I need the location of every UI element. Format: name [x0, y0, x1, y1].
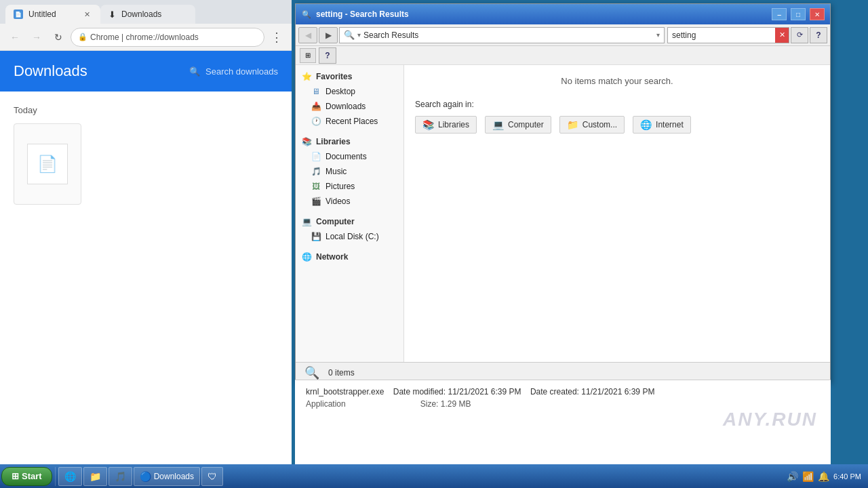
tray-network-icon: 📶 — [802, 471, 814, 482]
taskbar-tray: 🔊 📶 🔔 6:40 PM — [781, 471, 867, 482]
today-label: Today — [14, 105, 278, 115]
file-type-label: Application — [306, 399, 346, 409]
search-input-value[interactable]: setting — [668, 30, 775, 40]
recent-icon: 🕐 — [311, 116, 321, 127]
libraries-section: 📚 Libraries 📄 Documents 🎵 Music 🖼 Pictur… — [296, 134, 403, 209]
wmp-icon: 🎵 — [115, 471, 126, 482]
computer-search-label: Computer — [508, 120, 544, 129]
music-icon: 🎵 — [311, 166, 321, 177]
library-icon: 📚 — [301, 136, 312, 147]
no-results-text: No items match your search. — [415, 76, 819, 86]
untitled-tab-label: Untitled — [28, 9, 56, 19]
favorites-section: ⭐ Favorites 🖥 Desktop 📥 Downloads 🕐 Rece… — [296, 69, 403, 129]
back-btn[interactable]: ◀ — [298, 27, 317, 43]
file-size-label: Size: — [420, 399, 439, 409]
explorer-window: 🔍 setting - Search Results ‒ □ ✕ ◀ ▶ 🔍 ▾… — [295, 3, 831, 383]
chrome-reload-btn[interactable]: ↻ — [49, 28, 68, 47]
chrome-toolbar: ← → ↻ 🔒 Chrome | chrome://downloads ⋮ — [0, 24, 292, 51]
search-locations: 📚 Libraries 💻 Computer 📁 Custom... 🌐 Int… — [415, 116, 819, 134]
sidebar-libraries-header[interactable]: 📚 Libraries — [296, 134, 403, 149]
search-dropdown-arrow[interactable]: ▾ — [357, 31, 361, 39]
tab-untitled[interactable]: 📄 Untitled ✕ — [5, 5, 100, 24]
chrome-address-bar[interactable]: 🔒 Chrome | chrome://downloads — [71, 28, 264, 47]
minimize-btn[interactable]: ‒ — [772, 8, 787, 20]
date-modified-value: 11/21/2021 6:39 PM — [448, 387, 521, 396]
local-disk-label: Local Disk (C:) — [326, 232, 379, 241]
pictures-label: Pictures — [326, 182, 355, 191]
maximize-btn[interactable]: □ — [791, 8, 806, 20]
chrome-forward-btn[interactable]: → — [27, 28, 46, 47]
toolbar-help-btn[interactable]: ? — [319, 47, 336, 64]
favorites-label: Favorites — [316, 72, 352, 81]
chrome-back-btn[interactable]: ← — [5, 28, 24, 47]
date-created-label: Date created: — [530, 387, 579, 396]
explorer-icon: 📁 — [90, 471, 101, 482]
address-bar-arrow[interactable]: ▾ — [656, 31, 660, 39]
ie-icon: 🌐 — [64, 471, 76, 482]
libraries-label: Libraries — [316, 137, 351, 146]
search-input-container: setting ✕ — [667, 27, 789, 43]
taskbar-ie-btn[interactable]: 🌐 — [58, 467, 82, 486]
chrome-window: 📄 Untitled ✕ ⬇ Downloads ← → ↻ 🔒 Chrome … — [0, 0, 292, 488]
sidebar-item-documents[interactable]: 📄 Documents — [296, 149, 403, 164]
computer-search-icon: 💻 — [492, 119, 504, 130]
documents-icon: 📄 — [311, 151, 321, 162]
layout-btn-1[interactable]: ⊞ — [300, 48, 316, 63]
chrome-icon: 🔵 — [140, 471, 151, 482]
address-bar[interactable]: 🔍 ▾ Search Results ▾ — [339, 27, 665, 43]
tray-volume-icon: 🔊 — [787, 471, 798, 482]
chrome-url-text: Chrome | chrome://downloads — [90, 33, 199, 42]
search-location-computer[interactable]: 💻 Computer — [485, 116, 551, 134]
help-btn[interactable]: ? — [810, 27, 827, 43]
disk-icon: 💾 — [311, 231, 321, 242]
file-type-row: Application Size: 1.29 MB — [306, 399, 820, 409]
chrome-menu-btn[interactable]: ⋮ — [267, 28, 286, 47]
downloads-tab-label: Downloads — [121, 9, 161, 19]
close-btn[interactable]: ✕ — [810, 8, 825, 20]
chrome-url-icon: 🔒 — [78, 33, 87, 41]
untitled-tab-close[interactable]: ✕ — [81, 9, 92, 20]
desktop-icon: 🖥 — [311, 86, 321, 97]
taskbar-explorer-btn[interactable]: 📁 — [83, 467, 107, 486]
sidebar-network-header[interactable]: 🌐 Network — [296, 249, 403, 264]
sidebar-item-music[interactable]: 🎵 Music — [296, 164, 403, 179]
watermark: ANY.RUN — [723, 409, 817, 430]
start-label: Start — [22, 471, 42, 481]
taskbar-antivirus-btn[interactable]: 🛡 — [201, 467, 223, 486]
pictures-icon: 🖼 — [311, 181, 321, 192]
sidebar-favorites-header[interactable]: ⭐ Favorites — [296, 69, 403, 84]
start-button[interactable]: ⊞ Start — [1, 467, 52, 486]
forward-btn[interactable]: ▶ — [319, 27, 338, 43]
sidebar-item-pictures[interactable]: 🖼 Pictures — [296, 179, 403, 194]
downloads-page-title: Downloads — [14, 62, 87, 80]
taskbar-wmp-btn[interactable]: 🎵 — [108, 467, 132, 486]
download-item[interactable]: 📄 — [14, 123, 81, 205]
search-location-libraries[interactable]: 📚 Libraries — [415, 116, 477, 134]
sidebar-item-recent-places[interactable]: 🕐 Recent Places — [296, 114, 403, 129]
taskbar: ⊞ Start 🌐 📁 🎵 🔵 Downloads 🛡 🔊 📶 🔔 6:40 P… — [0, 464, 868, 488]
file-name: krnl_bootstrapper.exe — [306, 387, 384, 396]
win-titlebar: 🔍 setting - Search Results ‒ □ ✕ — [296, 4, 830, 24]
computer-label: Computer — [316, 217, 355, 226]
tab-downloads[interactable]: ⬇ Downloads — [100, 5, 195, 24]
date-created-value: 11/21/2021 6:39 PM — [581, 387, 654, 396]
taskbar-chrome-btn[interactable]: 🔵 Downloads — [134, 467, 200, 486]
file-name-text: krnl_bootstrapper.exe Date modified: 11/… — [306, 387, 820, 396]
downloads-header: Downloads 🔍 Search downloads — [0, 51, 292, 92]
search-clear-btn[interactable]: ✕ — [775, 28, 789, 43]
sidebar-item-local-disk[interactable]: 💾 Local Disk (C:) — [296, 229, 403, 244]
address-bar-text: Search Results — [363, 30, 654, 40]
internet-search-icon: 🌐 — [640, 119, 652, 130]
downloads-icon: 📥 — [311, 101, 321, 112]
search-location-custom[interactable]: 📁 Custom... — [559, 116, 625, 134]
search-location-internet[interactable]: 🌐 Internet — [633, 116, 691, 134]
downloads-search-area[interactable]: 🔍 Search downloads — [189, 66, 278, 77]
go-btn[interactable]: ⟳ — [791, 27, 808, 43]
sidebar-item-downloads[interactable]: 📥 Downloads — [296, 99, 403, 114]
downloads-content: Today 📄 — [0, 92, 292, 218]
internet-search-label: Internet — [656, 120, 684, 129]
sidebar-item-desktop[interactable]: 🖥 Desktop — [296, 84, 403, 99]
music-label: Music — [326, 167, 347, 176]
sidebar-computer-header[interactable]: 💻 Computer — [296, 214, 403, 229]
sidebar-item-videos[interactable]: 🎬 Videos — [296, 194, 403, 209]
